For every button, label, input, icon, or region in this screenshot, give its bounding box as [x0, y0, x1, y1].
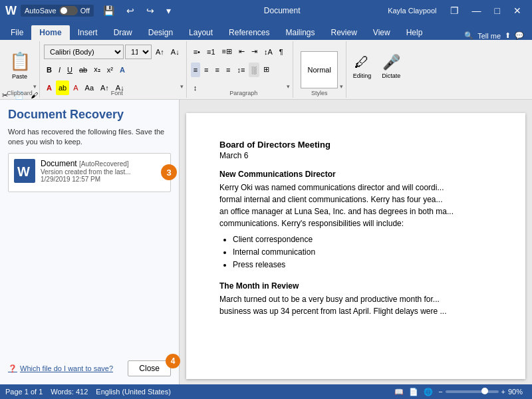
- autosave-state: Off: [80, 7, 90, 15]
- tab-file[interactable]: File: [3, 25, 31, 40]
- sort-button[interactable]: ↕A: [261, 45, 275, 59]
- tab-help[interactable]: Help: [398, 25, 431, 40]
- align-right-button[interactable]: ≡: [213, 63, 222, 77]
- comment-icon[interactable]: 💬: [515, 31, 524, 40]
- zoom-out-icon[interactable]: −: [438, 388, 442, 396]
- font-expand-icon[interactable]: ▾: [180, 83, 184, 90]
- ribbon-tabs: File Home Insert Draw Design Layout Refe…: [0, 21, 532, 40]
- recovery-title: Document Recovery: [8, 108, 171, 122]
- section2-body: March turned out to be a very busy and p…: [219, 293, 492, 317]
- close-recovery-button[interactable]: Close: [128, 360, 171, 376]
- close-badge: 4: [166, 354, 180, 368]
- word-count: Words: 412: [51, 388, 88, 396]
- section2-title: The Month in Review: [219, 281, 492, 291]
- minimize-button[interactable]: —: [467, 4, 487, 17]
- tab-references[interactable]: References: [221, 25, 277, 40]
- list-item: Internal communication: [233, 246, 492, 259]
- section1-body: Kerry Oki was named communications direc…: [219, 182, 492, 229]
- tab-layout[interactable]: Layout: [181, 25, 221, 40]
- clipboard-label: Clipboard: [0, 90, 39, 96]
- close-btn-container: Close 4: [128, 360, 171, 376]
- align-center-button[interactable]: ≡: [201, 63, 211, 77]
- clipboard-expand-icon[interactable]: ▾: [33, 83, 37, 90]
- line-spacing-button[interactable]: ↕≡: [234, 63, 247, 77]
- view-web-icon[interactable]: 🌐: [424, 388, 433, 396]
- word-logo: W: [5, 4, 17, 18]
- word-doc-icon: W: [14, 159, 35, 186]
- tab-insert[interactable]: Insert: [70, 25, 106, 40]
- file-date: 1/29/2019 12:57 PM: [41, 176, 165, 183]
- dictate-label: Dictate: [382, 72, 400, 79]
- borders-button[interactable]: ⊞: [261, 63, 272, 77]
- strikethrough-button[interactable]: ab: [76, 63, 90, 77]
- restore-button[interactable]: ❐: [445, 4, 464, 17]
- dictate-button[interactable]: 🎤 Dictate: [378, 44, 404, 89]
- tell-me-label[interactable]: Tell me: [477, 32, 501, 40]
- file-version: Version created from the last...: [41, 168, 165, 176]
- clipboard-group: 📋 Paste ✂ 📄 🖌 Clipboard ▾: [0, 41, 40, 98]
- increase-indent-button[interactable]: ⇥: [249, 45, 260, 59]
- text-effects-button[interactable]: A: [117, 63, 128, 77]
- autosave-label: AutoSave: [25, 7, 57, 15]
- undo-redo-group: 💾 ↩ ↪ ▾: [98, 4, 176, 17]
- tab-design[interactable]: Design: [140, 25, 181, 40]
- document-page[interactable]: Board of Directors Meeting March 6 New C…: [186, 113, 525, 379]
- recovery-bottom: ❓ Which file do I want to save? Close 4: [8, 360, 171, 376]
- maximize-button[interactable]: □: [489, 4, 505, 17]
- tab-view[interactable]: View: [365, 25, 398, 40]
- zoom-level[interactable]: 90%: [508, 388, 527, 396]
- tab-draw[interactable]: Draw: [106, 25, 140, 40]
- font-shrink-button[interactable]: A↓: [168, 45, 182, 59]
- close-window-button[interactable]: ✕: [508, 4, 527, 17]
- tab-review[interactable]: Review: [323, 25, 365, 40]
- help-link-text: Which file do I want to save?: [20, 364, 113, 372]
- recovery-file-item[interactable]: W Document [AutoRecovered] Version creat…: [8, 153, 171, 192]
- tab-mailings[interactable]: Mailings: [277, 25, 323, 40]
- view-print-icon[interactable]: 📄: [409, 388, 418, 396]
- tab-home[interactable]: Home: [31, 25, 69, 40]
- zoom-in-icon[interactable]: +: [501, 388, 505, 396]
- styles-normal-label: Normal: [307, 66, 331, 74]
- numbering-button[interactable]: ≡1: [204, 45, 218, 59]
- editing-voice-group: 🖊 Editing 🎤 Dictate: [346, 41, 408, 98]
- undo-button[interactable]: ↩: [121, 4, 140, 17]
- paragraph-label: Paragraph: [191, 90, 297, 96]
- align-left-button[interactable]: ≡: [191, 63, 200, 77]
- paste-icon: 📋: [9, 51, 31, 72]
- share-icon[interactable]: ⬆: [505, 31, 511, 40]
- styles-normal-button[interactable]: Normal: [301, 51, 338, 88]
- list-item: Client correspondence: [233, 233, 492, 246]
- decrease-indent-button[interactable]: ⇤: [236, 45, 247, 59]
- show-hide-button[interactable]: ¶: [277, 45, 286, 59]
- paragraph-expand-icon[interactable]: ▾: [287, 83, 290, 90]
- zoom-slider[interactable]: [446, 390, 499, 393]
- underline-button[interactable]: U: [65, 63, 75, 77]
- quick-access-more[interactable]: ▾: [161, 4, 176, 17]
- view-read-icon[interactable]: 📖: [394, 388, 404, 396]
- toggle-dot: [61, 7, 67, 14]
- autosave-toggle[interactable]: AutoSave Off: [21, 5, 94, 17]
- multilevel-button[interactable]: ≡⊞: [219, 45, 235, 59]
- bullets-button[interactable]: ≡•: [191, 45, 203, 59]
- justify-button[interactable]: ≡: [223, 63, 233, 77]
- zoom-thumb: [481, 388, 488, 394]
- toggle-pill: [59, 6, 78, 15]
- shading-button[interactable]: ░: [249, 63, 259, 77]
- italic-button[interactable]: I: [56, 63, 63, 77]
- subscript-button[interactable]: x₂: [91, 63, 103, 77]
- font-grow-button[interactable]: A↑: [153, 45, 167, 59]
- recovery-panel: Document Recovery Word has recovered the…: [0, 100, 180, 384]
- bold-button[interactable]: B: [44, 63, 55, 77]
- styles-big-button[interactable]: 🖊 Editing: [349, 44, 376, 89]
- status-right: 📖 📄 🌐 − + 90%: [394, 388, 527, 396]
- main-content: Document Recovery Word has recovered the…: [0, 100, 532, 384]
- help-link[interactable]: ❓ Which file do I want to save?: [8, 364, 113, 373]
- font-size-select[interactable]: 11: [125, 45, 152, 59]
- save-button[interactable]: 💾: [98, 4, 120, 17]
- superscript-button[interactable]: x²: [104, 63, 116, 77]
- styles-expand-icon[interactable]: ▾: [340, 83, 343, 90]
- paste-button[interactable]: 📋 Paste: [5, 43, 35, 88]
- document-title: Document: [264, 6, 301, 15]
- font-family-select[interactable]: Calibri (Body): [44, 45, 124, 59]
- redo-button[interactable]: ↪: [141, 4, 160, 17]
